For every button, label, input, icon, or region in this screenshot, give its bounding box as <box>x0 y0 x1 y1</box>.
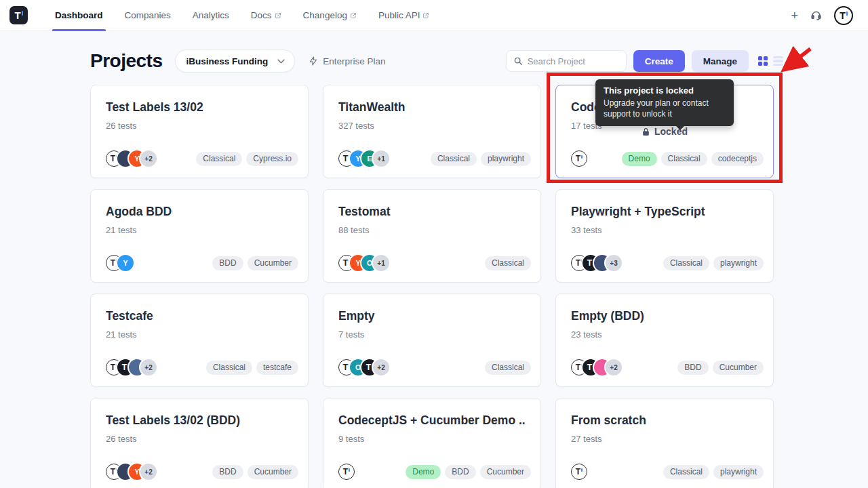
tag-group: Classicalplaywright <box>659 256 764 270</box>
locked-tooltip: This project is locked Upgrade your plan… <box>595 79 734 126</box>
list-view-icon[interactable] <box>773 56 783 66</box>
project-tests-count: 21 tests <box>106 329 293 340</box>
project-tag: Classical <box>431 152 477 166</box>
chevron-down-icon <box>277 59 285 64</box>
card-footer: TYO+1Classical <box>338 255 531 271</box>
project-tests-count: 7 tests <box>338 329 526 340</box>
project-card[interactable]: Test Labels 13/02 (BDD)26 testsTY+2BDDCu… <box>90 398 309 488</box>
company-selector-value: iBusiness Funding <box>186 56 269 66</box>
nav-items: DashboardCompaniesAnalyticsDocsChangelog… <box>44 0 440 31</box>
more-members-badge: +2 <box>140 359 157 375</box>
nav-item-companies[interactable]: Companies <box>114 0 182 31</box>
external-link-icon <box>422 12 429 19</box>
project-tag: Classical <box>663 465 709 479</box>
support-icon[interactable] <box>810 9 822 21</box>
manage-button[interactable]: Manage <box>692 50 749 72</box>
card-footer: TYBDDCucumber <box>106 255 298 271</box>
project-tag: Cucumber <box>248 256 298 270</box>
nav-item-analytics[interactable]: Analytics <box>182 0 240 31</box>
add-button[interactable]: + <box>791 9 798 22</box>
tag-group: Classicalplaywright <box>659 465 764 479</box>
nav-item-dashboard[interactable]: Dashboard <box>44 0 114 31</box>
project-tag: Classical <box>196 152 242 166</box>
project-tests-count: 26 tests <box>106 121 293 131</box>
project-tag: Classical <box>206 361 252 375</box>
project-card[interactable]: TitanWealth327 testsTYE+1Classicalplaywr… <box>323 85 541 178</box>
company-selector[interactable]: iBusiness Funding <box>175 49 296 73</box>
nav-item-public-api[interactable]: Public API <box>368 0 441 31</box>
project-tag: playwright <box>481 152 531 166</box>
project-tag: BDD <box>212 256 243 270</box>
member-avatar: T <box>338 464 355 480</box>
avatar-group: TY <box>106 255 134 271</box>
tooltip-body: Upgrade your plan or contact support to … <box>604 98 726 119</box>
grid-view-icon[interactable] <box>758 56 768 66</box>
locked-indicator: Locked <box>556 126 773 137</box>
top-navigation-bar: T DashboardCompaniesAnalyticsDocsChangel… <box>0 0 868 31</box>
project-name: Test Labels 13/02 (BDD) <box>106 413 293 428</box>
avatar-group: TY+2 <box>106 150 157 167</box>
project-card[interactable]: Empty (BDD)23 testsTT+2BDDCucumber <box>555 293 774 387</box>
search-icon <box>513 56 523 66</box>
tag-group: BDDCucumber <box>208 465 298 479</box>
more-members-badge: +1 <box>373 255 389 271</box>
external-link-icon <box>275 12 281 19</box>
project-tag: Classical <box>663 256 709 270</box>
avatar-group: TT+2 <box>106 359 157 375</box>
project-tests-count: 23 tests <box>571 329 758 340</box>
project-tag: Demo <box>622 152 657 166</box>
project-card[interactable]: Testcafe21 testsTT+2Classicaltestcafe <box>90 293 309 387</box>
tag-group: Classical <box>481 256 531 270</box>
project-tag: BDD <box>677 361 708 375</box>
tag-group: BDDCucumber <box>673 361 764 375</box>
project-card[interactable]: Test Labels 13/0226 testsTY+2ClassicalCy… <box>90 85 309 178</box>
search-input[interactable] <box>528 56 616 66</box>
project-card[interactable]: Testomat88 testsTYO+1Classical <box>323 189 541 283</box>
create-button[interactable]: Create <box>633 50 685 72</box>
nav-item-label: Docs <box>251 10 272 20</box>
card-footer: TOT+2Classical <box>338 359 531 375</box>
avatar-group: T <box>571 464 587 480</box>
project-card[interactable]: Playwright + TypeScript33 testsTT+3Class… <box>555 189 774 283</box>
card-footer: TY+2ClassicalCypress.io <box>106 150 298 167</box>
tag-group: Classicaltestcafe <box>202 361 298 375</box>
more-members-badge: +3 <box>606 255 622 271</box>
project-tag: Cucumber <box>248 465 298 479</box>
project-name: Playwright + TypeScript <box>571 205 758 219</box>
nav-item-label: Public API <box>378 10 420 20</box>
project-tests-count: 327 tests <box>338 121 526 131</box>
project-tag: Demo <box>406 465 441 479</box>
page-title: Projects <box>90 50 163 72</box>
user-avatar[interactable]: T <box>834 6 853 25</box>
nav-item-docs[interactable]: Docs <box>240 0 292 31</box>
project-tag: playwright <box>713 465 764 479</box>
tag-group: ClassicalCypress.io <box>192 152 298 166</box>
project-tag: Cypress.io <box>246 152 298 166</box>
project-tests-count: 88 tests <box>338 225 526 235</box>
project-tag: BDD <box>445 465 475 479</box>
nav-item-label: Dashboard <box>55 10 103 20</box>
project-tests-count: 33 tests <box>571 225 758 235</box>
tag-group: DemoClassicalcodeceptjs <box>618 152 764 166</box>
project-card[interactable]: Empty7 testsTOT+2Classical <box>323 293 541 387</box>
card-footer: TClassicalplaywright <box>571 464 764 480</box>
avatar-group: TY+2 <box>106 464 157 480</box>
tag-group: Classicalplaywright <box>427 152 531 166</box>
project-tests-count: 26 tests <box>106 434 293 444</box>
project-tag: Classical <box>485 361 531 375</box>
project-tag: Cucumber <box>480 465 531 479</box>
project-card[interactable]: From scratch27 testsTClassicalplaywright <box>555 398 774 488</box>
card-footer: TDemoClassicalcodeceptjs <box>571 150 764 167</box>
project-tag: Classical <box>661 152 707 166</box>
project-card[interactable]: Agoda BDD21 testsTYBDDCucumber <box>90 189 309 283</box>
app-logo[interactable]: T <box>9 6 28 24</box>
nav-item-changelog[interactable]: Changelog <box>292 0 368 31</box>
avatar-group: T <box>571 150 587 167</box>
project-card[interactable]: CodeceptJS + Cucumber Demo ...9 testsTDe… <box>323 398 541 488</box>
project-name: From scratch <box>571 413 758 428</box>
card-footer: TYE+1Classicalplaywright <box>338 150 531 167</box>
card-footer: TT+3Classicalplaywright <box>571 255 764 271</box>
card-footer: TDemoBDDCucumber <box>338 464 531 480</box>
project-name: Empty (BDD) <box>571 309 758 323</box>
project-tag: Cucumber <box>713 361 764 375</box>
